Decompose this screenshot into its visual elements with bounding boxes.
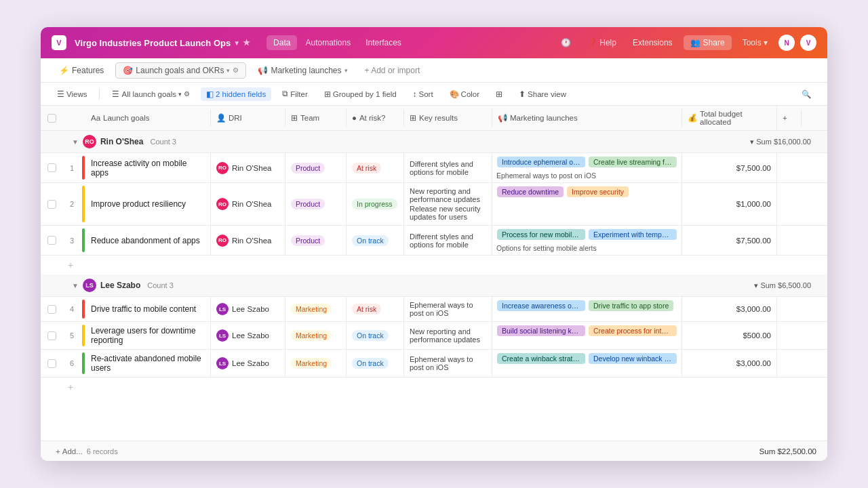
col-header-marketing-launches[interactable]: 📢 Marketing launches (492, 109, 682, 127)
row-4-launch-1[interactable]: Increase awareness of mobile offerin... (497, 300, 585, 311)
row-6-launch-2[interactable]: Develop new winback email program (589, 353, 677, 364)
tools-button[interactable]: Tools ▾ (737, 35, 773, 50)
checkbox-empty (47, 114, 56, 123)
hidden-fields-button[interactable]: ◧ 2 hidden fields (201, 87, 271, 101)
nav-data[interactable]: Data (267, 35, 297, 50)
add-row-group-1[interactable]: + (41, 256, 827, 274)
row-5-risk[interactable]: On track (347, 322, 404, 349)
row-1-team[interactable]: Product (285, 153, 347, 182)
row-6-priority (82, 352, 85, 374)
grouped-button[interactable]: ⊞ Grouped by 1 field (319, 87, 402, 101)
row-5-team-badge: Marketing (291, 330, 332, 341)
row-2-risk[interactable]: In progress (347, 183, 404, 225)
col-add-button[interactable]: + (777, 110, 802, 126)
search-button[interactable]: 🔍 (796, 87, 816, 101)
launch-goals-settings[interactable]: ⚙ (233, 66, 239, 74)
help-button[interactable]: ❓ Help (582, 35, 622, 50)
nav-interfaces[interactable]: Interfaces (359, 35, 408, 50)
row-3-checkbox[interactable] (41, 226, 62, 255)
row-5-launch-2[interactable]: Create process for internal downtim... (589, 325, 677, 336)
row-2-launch-2[interactable]: Improve security (567, 186, 629, 197)
team-col-icon: ⊞ (291, 113, 298, 123)
user-avatar-2[interactable]: V (800, 35, 816, 51)
row-6-dri-avatar: LS (216, 357, 229, 369)
row-3-team[interactable]: Product (285, 226, 347, 255)
all-launch-goals-button[interactable]: ☰ All launch goals ▾ ⚙ (106, 87, 195, 101)
row-6-checkbox[interactable] (41, 350, 62, 377)
row-1-launch-1[interactable]: Introduce ephemeral options on mo... (497, 157, 585, 167)
row-3-dri[interactable]: RO Rin O'Shea (211, 226, 285, 255)
row-5-launch-1[interactable]: Build social listening keywords to cat..… (497, 325, 585, 336)
sort-button[interactable]: ↕ Sort (408, 88, 439, 100)
layout-button[interactable]: ⊞ (490, 87, 508, 101)
row-6-launch-1[interactable]: Create a winback strategy for mobile... (497, 353, 585, 364)
marketing-dropdown[interactable]: ▾ (344, 67, 348, 74)
row-5-team[interactable]: Marketing (285, 322, 347, 349)
col-header-team[interactable]: ⊞ Team (285, 109, 347, 127)
grouped-label: Grouped by 1 field (333, 90, 397, 98)
add-import-button[interactable]: + Add or import (359, 63, 426, 78)
row-1-checkbox[interactable] (41, 153, 62, 182)
nav-automations[interactable]: Automations (298, 35, 357, 50)
title-dropdown-icon[interactable]: ▼ (233, 39, 240, 47)
tab-marketing[interactable]: 📢 Marketing launches ▾ (250, 62, 355, 79)
row-3-risk[interactable]: On track (347, 226, 404, 255)
col-header-budget[interactable]: 💰 Total budget allocated (682, 106, 777, 130)
history-button[interactable]: 🕐 (555, 35, 576, 50)
filter-button[interactable]: ⧉ Filter (277, 87, 313, 100)
row-1-risk[interactable]: At risk (347, 153, 404, 182)
row-2-launch-1[interactable]: Reduce downtime (497, 186, 564, 197)
footer-sum: Sum $22,500.00 (760, 447, 816, 455)
row-4-dri[interactable]: LS Lee Szabo (211, 297, 285, 321)
group-toggle-rin[interactable]: ▼ (72, 138, 79, 146)
row-3-launch-1[interactable]: Process for new mobile alerts (497, 229, 585, 240)
col-header-dri[interactable]: 👤 DRI (211, 109, 285, 127)
row-6-risk[interactable]: On track (347, 350, 404, 377)
row-5-name[interactable]: Leverage users for downtime reporting (85, 322, 211, 349)
group-count-lee: Count 3 (147, 281, 174, 289)
row-6-name[interactable]: Re-activate abandoned mobile users (85, 350, 211, 377)
row-2-checkbox[interactable] (41, 183, 62, 225)
user-avatar-1[interactable]: N (778, 35, 795, 51)
col-header-key-results[interactable]: ⊞ Key results (404, 109, 492, 127)
row-2-dri[interactable]: RO Rin O'Shea (211, 183, 285, 225)
add-row-group-2[interactable]: + (41, 378, 827, 396)
row-1-dri[interactable]: RO Rin O'Shea (211, 153, 285, 182)
row-4-risk[interactable]: At risk (347, 297, 404, 321)
row-5-checkbox[interactable] (41, 322, 62, 349)
launches-col-icon: 📢 (498, 113, 507, 123)
row-2-team[interactable]: Product (285, 183, 347, 225)
select-all-checkbox[interactable] (41, 108, 62, 128)
all-goals-settings[interactable]: ⚙ (184, 90, 190, 98)
row-3-name[interactable]: Reduce abandonment of apps (85, 226, 211, 255)
row-4-name[interactable]: Drive traffic to mobile content (85, 297, 211, 321)
row-4-launch-2[interactable]: Drive traffic to app store (589, 300, 673, 311)
group-toggle-lee[interactable]: ▼ (72, 282, 79, 289)
row-4-team[interactable]: Marketing (285, 297, 347, 321)
title-star-icon[interactable]: ★ (243, 38, 250, 47)
tab-features[interactable]: ⚡ Features (52, 62, 111, 79)
launch-goals-dropdown[interactable]: ▾ (226, 67, 230, 74)
color-button[interactable]: 🎨 Color (444, 87, 485, 101)
extensions-button[interactable]: Extensions (627, 35, 678, 50)
row-2-team-badge: Product (291, 199, 325, 209)
col-header-risk[interactable]: ● At risk? (347, 110, 404, 126)
row-2-risk-badge: In progress (352, 199, 397, 209)
risk-col-icon: ● (352, 114, 357, 122)
color-label: Color (461, 90, 479, 98)
share-view-button[interactable]: ⬆ Share view (513, 87, 572, 101)
row-6-team[interactable]: Marketing (285, 350, 347, 377)
share-button[interactable]: 👥 Share (684, 35, 732, 50)
tab-launch-goals[interactable]: 🎯 Launch goals and OKRs ▾ ⚙ (115, 62, 246, 79)
row-5-dri[interactable]: LS Lee Szabo (211, 322, 285, 349)
all-goals-dropdown[interactable]: ▾ (178, 91, 182, 98)
row-1-name[interactable]: Increase activity on mobile apps (85, 153, 211, 182)
views-button[interactable]: ☰ Views (52, 87, 92, 101)
row-6-dri[interactable]: LS Lee Szabo (211, 350, 285, 377)
row-3-launch-2[interactable]: Experiment with temporary mobile m... (589, 229, 677, 240)
col-header-launch-goals[interactable]: Aa Launch goals (85, 110, 211, 126)
row-1-launch-2[interactable]: Create live streaming for mobile (589, 157, 677, 167)
add-footer-button[interactable]: + Add... (52, 446, 87, 457)
row-4-checkbox[interactable] (41, 297, 62, 321)
row-2-name[interactable]: Improve product resiliency (85, 183, 211, 225)
